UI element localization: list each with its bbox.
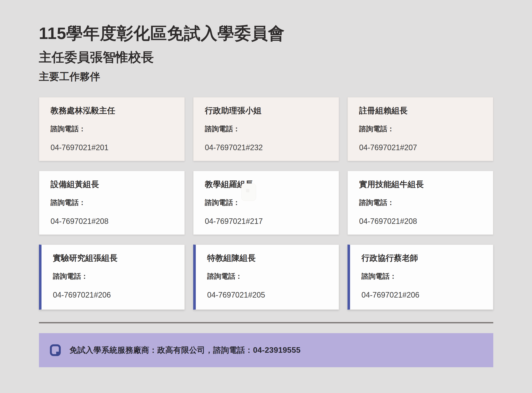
phone-number: 04-7697021#205 (207, 290, 327, 300)
contact-card-registration-section: 註冊組賴組長 諮詢電話： 04-7697021#207 (348, 97, 493, 161)
phone-label: 諮詢電話： (362, 272, 482, 280)
phone-number: 04-7697021#207 (359, 143, 482, 152)
vendor-info-banner: 免試入學系統服務廠商：政高有限公司，諮詢電話：04-23919555 (39, 333, 493, 367)
page-title: 115學年度彰化區免試入學委員會 (39, 0, 493, 43)
phone-label: 諮詢電話： (207, 272, 327, 280)
contact-name: 實驗研究組張組長 (53, 253, 173, 263)
phone-label: 諮詢電話： (205, 125, 327, 133)
contact-card-special-education-section: 特教組陳組長 諮詢電話： 04-7697021#205 (193, 245, 339, 310)
phone-label: 諮詢電話： (359, 198, 482, 207)
phone-number: 04-7697021#206 (362, 290, 482, 300)
phone-number: 04-7697021#208 (51, 217, 173, 226)
phone-label: 諮詢電話： (53, 272, 173, 280)
phone-label: 諮詢電話： (51, 198, 173, 207)
phone-number: 04-7697021#201 (51, 143, 173, 152)
phone-label: 諮詢電話： (205, 198, 327, 207)
section-heading: 主要工作夥伴 (39, 64, 493, 83)
phone-label: 諮詢電話： (51, 125, 173, 133)
phone-number: 04-7697021#206 (53, 290, 173, 300)
contact-name: 行政助理張小姐 (205, 106, 327, 116)
phone-number: 04-7697021#217 (205, 217, 327, 226)
contact-card-grid: 教務處林泓毅主任 諮詢電話： 04-7697021#201 行政助理張小姐 諮詢… (39, 97, 493, 310)
contact-card-practical-skills-section: 實用技能組牛組長 諮詢電話： 04-7697021#208 (348, 171, 493, 235)
contact-name: 教務處林泓毅主任 (51, 106, 173, 116)
contact-card-teaching-section: 教學組羅組長 諮詢電話： 04-7697021#217 (193, 171, 339, 235)
phone-number: 04-7697021#232 (205, 143, 327, 152)
divider (39, 322, 493, 323)
note-icon (50, 344, 61, 356)
contact-name: 特教組陳組長 (207, 253, 327, 263)
vendor-info-text: 免試入學系統服務廠商：政高有限公司，諮詢電話：04-23919555 (70, 345, 301, 355)
page-subtitle: 主任委員張智惟校長 (39, 43, 493, 64)
contact-card-equipment-section: 設備組黃組長 諮詢電話： 04-7697021#208 (39, 171, 185, 235)
contact-card-experimental-research-section: 實驗研究組張組長 諮詢電話： 04-7697021#206 (39, 245, 185, 310)
contact-name: 行政協行蔡老師 (362, 253, 482, 263)
contact-card-admin-assistant: 行政助理張小姐 諮詢電話： 04-7697021#232 (193, 97, 339, 161)
faint-image-watermark-icon (241, 183, 256, 201)
contact-name: 設備組黃組長 (51, 180, 173, 189)
contact-name: 註冊組賴組長 (359, 106, 482, 116)
phone-number: 04-7697021#208 (359, 217, 482, 226)
contact-name: 教學組羅組長 (205, 180, 327, 189)
contact-card-academic-affairs-director: 教務處林泓毅主任 諮詢電話： 04-7697021#201 (39, 97, 185, 161)
contact-name: 實用技能組牛組長 (359, 180, 482, 189)
page-content: 115學年度彰化區免試入學委員會 主任委員張智惟校長 主要工作夥伴 教務處林泓毅… (39, 0, 493, 367)
contact-card-admin-coordinator: 行政協行蔡老師 諮詢電話： 04-7697021#206 (348, 245, 493, 310)
phone-label: 諮詢電話： (359, 125, 482, 133)
